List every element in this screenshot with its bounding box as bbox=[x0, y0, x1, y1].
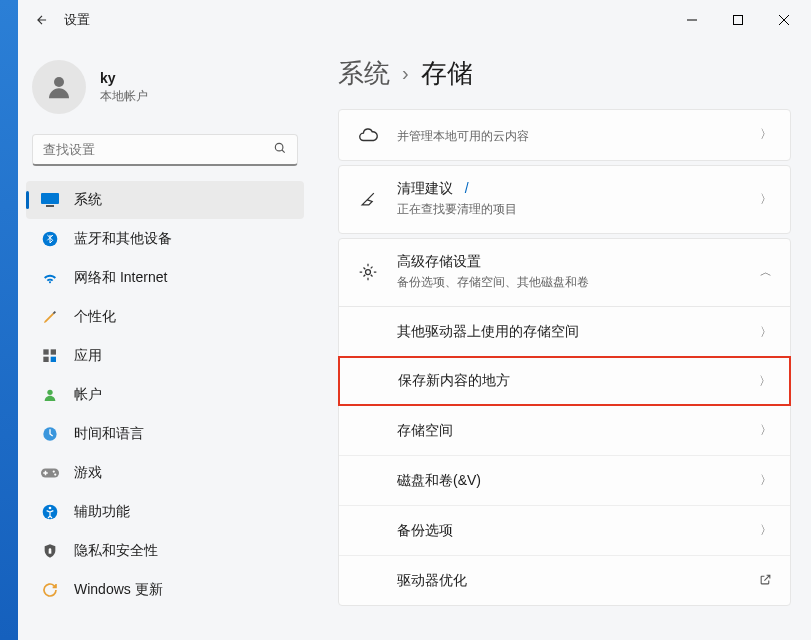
sub-item-drive-optimize[interactable]: 驱动器优化 bbox=[339, 555, 790, 605]
svg-rect-8 bbox=[46, 205, 54, 207]
breadcrumb: 系统 › 存储 bbox=[338, 56, 791, 91]
chevron-right-icon: 〉 bbox=[760, 522, 772, 539]
svg-line-6 bbox=[282, 150, 285, 153]
sidebar-item-network[interactable]: 网络和 Internet bbox=[26, 259, 304, 297]
sidebar: ky 本地帐户 系统 蓝牙和其他设备 bbox=[18, 40, 316, 640]
sidebar-item-time-language[interactable]: 时间和语言 bbox=[26, 415, 304, 453]
svg-point-5 bbox=[275, 143, 283, 151]
username: ky bbox=[100, 70, 148, 86]
sidebar-item-privacy[interactable]: 隐私和安全性 bbox=[26, 532, 304, 570]
apps-icon bbox=[40, 346, 60, 366]
svg-point-20 bbox=[49, 507, 52, 510]
chevron-right-icon: 〉 bbox=[759, 373, 771, 390]
svg-point-17 bbox=[53, 470, 55, 472]
chevron-right-icon: 〉 bbox=[760, 422, 772, 439]
sidebar-item-accessibility[interactable]: 辅助功能 bbox=[26, 493, 304, 531]
user-account-type: 本地帐户 bbox=[100, 88, 148, 105]
system-icon bbox=[40, 190, 60, 210]
cloud-icon bbox=[357, 124, 379, 146]
card-title: 高级存储设置 bbox=[397, 253, 750, 271]
sidebar-item-label: 游戏 bbox=[74, 464, 102, 482]
update-icon bbox=[40, 580, 60, 600]
chevron-right-icon: 〉 bbox=[760, 126, 772, 143]
close-button[interactable] bbox=[761, 4, 807, 36]
chevron-right-icon: › bbox=[402, 62, 409, 85]
accessibility-icon bbox=[40, 502, 60, 522]
minimize-button[interactable] bbox=[669, 4, 715, 36]
card-sub: 备份选项、存储空间、其他磁盘和卷 bbox=[397, 274, 750, 291]
sidebar-item-label: 系统 bbox=[74, 191, 102, 209]
card-cloud[interactable]: 并管理本地可用的云内容 〉 bbox=[338, 109, 791, 161]
sidebar-item-windows-update[interactable]: Windows 更新 bbox=[26, 571, 304, 609]
search-field[interactable] bbox=[43, 142, 273, 157]
sub-item-backup-options[interactable]: 备份选项 〉 bbox=[339, 505, 790, 555]
sidebar-item-accounts[interactable]: 帐户 bbox=[26, 376, 304, 414]
sub-label: 驱动器优化 bbox=[397, 572, 749, 590]
sidebar-item-label: 辅助功能 bbox=[74, 503, 130, 521]
svg-rect-12 bbox=[43, 357, 48, 362]
sidebar-item-personalization[interactable]: 个性化 bbox=[26, 298, 304, 336]
search-icon bbox=[273, 141, 287, 158]
card-sub: 正在查找要清理的项目 bbox=[397, 201, 750, 218]
gear-icon bbox=[357, 261, 379, 283]
shield-icon bbox=[40, 541, 60, 561]
svg-point-18 bbox=[54, 473, 56, 475]
globe-clock-icon bbox=[40, 424, 60, 444]
sidebar-item-label: 隐私和安全性 bbox=[74, 542, 158, 560]
sub-item-other-drives[interactable]: 其他驱动器上使用的存储空间 〉 bbox=[339, 307, 790, 357]
avatar bbox=[32, 60, 86, 114]
main-content: 系统 › 存储 并管理本地可用的云内容 〉 bbox=[316, 40, 811, 640]
sub-label: 备份选项 bbox=[397, 522, 750, 540]
sub-item-storage-spaces[interactable]: 存储空间 〉 bbox=[339, 405, 790, 455]
svg-rect-22 bbox=[49, 550, 52, 553]
chevron-right-icon: 〉 bbox=[760, 324, 772, 341]
svg-rect-1 bbox=[734, 16, 743, 25]
svg-rect-13 bbox=[51, 357, 56, 362]
sidebar-item-label: 蓝牙和其他设备 bbox=[74, 230, 172, 248]
sidebar-item-label: Windows 更新 bbox=[74, 581, 163, 599]
breadcrumb-parent[interactable]: 系统 bbox=[338, 56, 390, 91]
sidebar-item-apps[interactable]: 应用 bbox=[26, 337, 304, 375]
card-title: 清理建议 / bbox=[397, 180, 750, 198]
svg-rect-7 bbox=[41, 193, 59, 204]
sub-item-disks-volumes[interactable]: 磁盘和卷(&V) 〉 bbox=[339, 455, 790, 505]
titlebar: 设置 bbox=[18, 0, 811, 40]
sidebar-item-gaming[interactable]: 游戏 bbox=[26, 454, 304, 492]
sidebar-item-label: 时间和语言 bbox=[74, 425, 144, 443]
sidebar-item-bluetooth[interactable]: 蓝牙和其他设备 bbox=[26, 220, 304, 258]
sub-label: 磁盘和卷(&V) bbox=[397, 472, 750, 490]
brush-icon bbox=[40, 307, 60, 327]
sidebar-item-label: 个性化 bbox=[74, 308, 116, 326]
sub-label: 保存新内容的地方 bbox=[398, 372, 749, 390]
breadcrumb-current: 存储 bbox=[421, 56, 473, 91]
sub-label: 存储空间 bbox=[397, 422, 750, 440]
user-block[interactable]: ky 本地帐户 bbox=[18, 40, 312, 134]
card-cleanup[interactable]: 清理建议 / 正在查找要清理的项目 〉 bbox=[338, 165, 791, 234]
sidebar-item-label: 网络和 Internet bbox=[74, 269, 167, 287]
chevron-right-icon: 〉 bbox=[760, 191, 772, 208]
sidebar-item-label: 帐户 bbox=[74, 386, 102, 404]
sidebar-item-label: 应用 bbox=[74, 347, 102, 365]
sidebar-item-system[interactable]: 系统 bbox=[26, 181, 304, 219]
card-sub: 并管理本地可用的云内容 bbox=[397, 128, 750, 145]
svg-rect-11 bbox=[51, 349, 56, 354]
svg-point-4 bbox=[54, 77, 64, 87]
wifi-icon bbox=[40, 268, 60, 288]
svg-rect-10 bbox=[43, 349, 48, 354]
maximize-button[interactable] bbox=[715, 4, 761, 36]
search-input[interactable] bbox=[32, 134, 298, 166]
sub-label: 其他驱动器上使用的存储空间 bbox=[397, 323, 750, 341]
gamepad-icon bbox=[40, 463, 60, 483]
svg-point-23 bbox=[366, 270, 371, 275]
chevron-up-icon: ︿ bbox=[760, 264, 772, 281]
advanced-storage-header[interactable]: 高级存储设置 备份选项、存储空间、其他磁盘和卷 ︿ bbox=[339, 239, 790, 306]
window-title: 设置 bbox=[64, 11, 90, 29]
sub-item-save-locations[interactable]: 保存新内容的地方 〉 bbox=[338, 356, 791, 406]
svg-point-14 bbox=[47, 390, 52, 395]
card-advanced-storage: 高级存储设置 备份选项、存储空间、其他磁盘和卷 ︿ 其他驱动器上使用的存储空间 … bbox=[338, 238, 791, 606]
back-button[interactable] bbox=[22, 0, 62, 40]
external-link-icon bbox=[759, 573, 772, 589]
bluetooth-icon bbox=[40, 229, 60, 249]
broom-icon bbox=[357, 188, 379, 210]
person-icon bbox=[40, 385, 60, 405]
